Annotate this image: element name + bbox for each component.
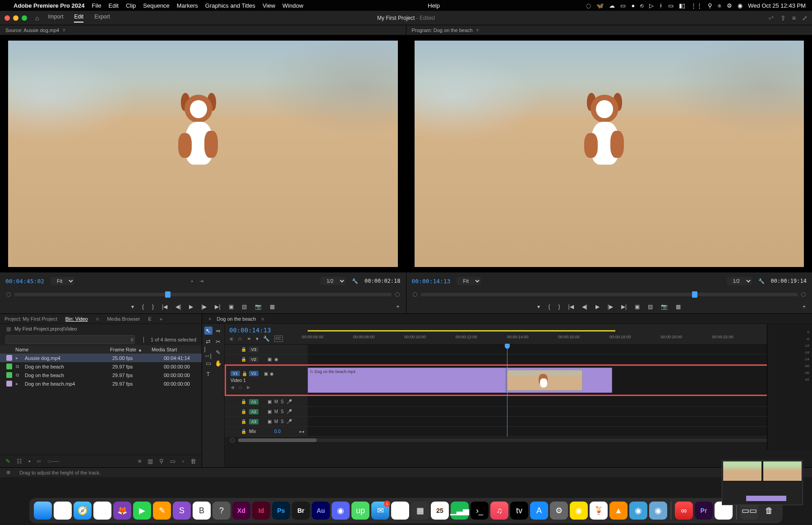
dock-launchpad-icon[interactable]: ▦ bbox=[54, 502, 72, 520]
status-sync-icon[interactable]: ◌ bbox=[586, 2, 591, 9]
project-search-input[interactable] bbox=[5, 335, 135, 344]
status-user-icon[interactable]: ⍟ bbox=[718, 2, 721, 9]
filter-icon[interactable]: ▏ bbox=[143, 337, 147, 343]
p-goto-out-icon[interactable]: ▶| bbox=[621, 304, 627, 310]
p-play-icon[interactable]: ▶ bbox=[595, 304, 600, 310]
track-v3-content[interactable] bbox=[308, 345, 812, 355]
dock-app3-icon[interactable]: ◉ bbox=[629, 502, 647, 520]
zoom-slider[interactable]: ○── bbox=[47, 458, 59, 465]
lock-icon[interactable]: 🔒 bbox=[241, 347, 246, 352]
export-frame-icon[interactable]: 📷 bbox=[255, 304, 262, 310]
status-search-icon[interactable]: ⚲ bbox=[708, 2, 712, 9]
track-header-v3[interactable]: 🔒V3 bbox=[225, 345, 308, 355]
dock-cc-icon[interactable]: ∞ bbox=[675, 502, 693, 520]
icon-view-icon[interactable]: ▪ bbox=[28, 458, 31, 465]
source-video-frame[interactable] bbox=[8, 41, 398, 267]
menubar-sequence[interactable]: Sequence bbox=[143, 2, 170, 9]
mic-icon[interactable]: 🎤 bbox=[286, 409, 292, 414]
dock-help-icon[interactable]: ? bbox=[212, 502, 231, 520]
workflow-tab-import[interactable]: Import bbox=[48, 14, 63, 23]
project-row[interactable]: ▸ Aussie dog.mp425.00 fps00:04:41:14 bbox=[0, 354, 202, 362]
eye-icon[interactable]: ◉ bbox=[274, 357, 278, 362]
dock-xd-icon[interactable]: Xd bbox=[232, 502, 250, 520]
project-row[interactable]: ⧉ Dog on the beach29.97 fps00:00:00:00 bbox=[0, 371, 202, 379]
p-lift-icon[interactable]: ▣ bbox=[635, 304, 640, 310]
p-out-icon[interactable]: } bbox=[558, 304, 560, 310]
source-scrub-bar[interactable] bbox=[14, 293, 392, 296]
dock-photos-icon[interactable]: ❋ bbox=[391, 502, 409, 520]
key-next-icon[interactable]: ▶ bbox=[247, 385, 250, 390]
p-export-frame-icon[interactable]: 📷 bbox=[661, 304, 668, 310]
find-icon[interactable]: ⚲ bbox=[159, 458, 164, 465]
new-item-icon[interactable]: ▫ bbox=[182, 458, 184, 465]
program-timecode[interactable]: 00:00:14:13 bbox=[412, 278, 451, 285]
tl-snap-icon[interactable]: ∩ bbox=[238, 336, 242, 342]
mic-icon[interactable]: 🎤 bbox=[286, 419, 292, 424]
menubar-app-name[interactable]: Adobe Premiere Pro 2024 bbox=[14, 2, 85, 9]
track-header-mix[interactable]: 🔒Mix0.0▸◂ bbox=[225, 427, 308, 437]
track-header-v2[interactable]: 🔒V2▣◉ bbox=[225, 355, 308, 364]
workspace-icon[interactable]: ≡ bbox=[792, 14, 796, 22]
dock-premiere-icon[interactable]: Pr bbox=[695, 502, 713, 520]
program-scrub-bar[interactable] bbox=[421, 293, 798, 296]
mic-icon[interactable]: 🎤 bbox=[286, 399, 292, 404]
menubar-edit[interactable]: Edit bbox=[108, 2, 118, 9]
p-step-fwd-icon[interactable]: |▶ bbox=[608, 304, 613, 310]
insert-icon[interactable]: ▣ bbox=[229, 304, 234, 310]
source-resolution-select[interactable]: 1/2 bbox=[320, 277, 346, 285]
dock-photoshop-icon[interactable]: Ps bbox=[272, 502, 290, 520]
timeline-tab-close-icon[interactable]: × bbox=[208, 316, 211, 322]
program-video-frame[interactable] bbox=[415, 41, 804, 267]
p-extract-icon[interactable]: ▤ bbox=[648, 304, 653, 310]
selection-tool-icon[interactable]: ↖ bbox=[204, 327, 212, 335]
color-swatch[interactable] bbox=[6, 364, 12, 369]
pencil-icon[interactable]: ✎ bbox=[5, 458, 10, 465]
source-timecode[interactable]: 00:04:45:02 bbox=[5, 278, 44, 285]
hand-tool-icon[interactable]: ✋ bbox=[214, 359, 222, 367]
sort-icon[interactable]: ≡ bbox=[138, 458, 142, 465]
menubar-clip[interactable]: Clip bbox=[126, 2, 136, 9]
status-cat-icon[interactable]: 🦋 bbox=[596, 2, 604, 9]
source-settings-icon[interactable]: 🔧 bbox=[352, 278, 358, 284]
panel-overflow-icon[interactable]: » bbox=[160, 316, 162, 322]
p-marker-icon[interactable]: ▾ bbox=[537, 304, 540, 310]
source-scrub-start[interactable] bbox=[6, 292, 11, 297]
status-folder-icon[interactable]: ▭ bbox=[620, 2, 626, 9]
comp-icon[interactable]: ▦ bbox=[270, 304, 275, 310]
dock-firefox-icon[interactable]: 🦊 bbox=[113, 502, 131, 520]
lock-icon[interactable]: 🔒 bbox=[241, 409, 246, 414]
lock-icon[interactable]: 🔒 bbox=[241, 429, 246, 434]
tl-wrench-icon[interactable]: 🔧 bbox=[263, 336, 270, 342]
list-view-icon[interactable]: ☷ bbox=[17, 458, 22, 465]
bin-menu-icon[interactable]: ≡ bbox=[96, 316, 99, 322]
program-settings-icon[interactable]: 🔧 bbox=[758, 278, 765, 284]
dock-b-icon[interactable]: B bbox=[193, 502, 211, 520]
dock-finder-icon[interactable] bbox=[34, 502, 52, 520]
play-icon[interactable]: ▶ bbox=[189, 304, 193, 310]
track-a2-content[interactable] bbox=[308, 407, 812, 417]
project-row[interactable]: ▸ Dog on the beach.mp429.97 fps00:00:00:… bbox=[0, 379, 202, 388]
playhead[interactable] bbox=[507, 345, 508, 437]
goto-out-icon[interactable]: ▶| bbox=[215, 304, 220, 310]
dock-mail-icon[interactable]: ✉1 bbox=[371, 502, 389, 520]
fullscreen-icon[interactable]: ⤢ bbox=[802, 14, 807, 22]
program-panel-menu-icon[interactable]: ≡ bbox=[476, 28, 479, 32]
workflow-tab-edit[interactable]: Edit bbox=[74, 14, 83, 23]
freeform-icon[interactable]: ▫▫ bbox=[37, 458, 41, 465]
panel-tab-project[interactable]: Project: My First Project bbox=[5, 316, 57, 322]
dock-vlc-icon[interactable]: ▲ bbox=[609, 502, 627, 520]
status-control-center-icon[interactable]: ⚙ bbox=[727, 2, 732, 9]
home-icon[interactable]: ⌂ bbox=[35, 14, 39, 22]
dock-calculator-icon[interactable]: ▦ bbox=[411, 502, 429, 520]
goto-in-icon[interactable]: |◀ bbox=[162, 304, 167, 310]
dock-tv-icon[interactable]: tv bbox=[510, 502, 528, 520]
panel-tab-e[interactable]: E bbox=[148, 316, 151, 322]
overwrite-icon[interactable]: ▤ bbox=[242, 304, 247, 310]
p-in-icon[interactable]: { bbox=[548, 304, 550, 310]
status-cast-icon[interactable]: ⎋ bbox=[640, 2, 644, 9]
dock-discord-icon[interactable]: ◉ bbox=[332, 502, 350, 520]
razor-tool-icon[interactable]: ✂ bbox=[214, 337, 222, 345]
clip-aussie-tail[interactable]: fxAussie dog.mp4 bbox=[506, 368, 612, 393]
timeline-h-scroll[interactable] bbox=[238, 438, 798, 442]
track-a3-content[interactable] bbox=[308, 417, 812, 427]
